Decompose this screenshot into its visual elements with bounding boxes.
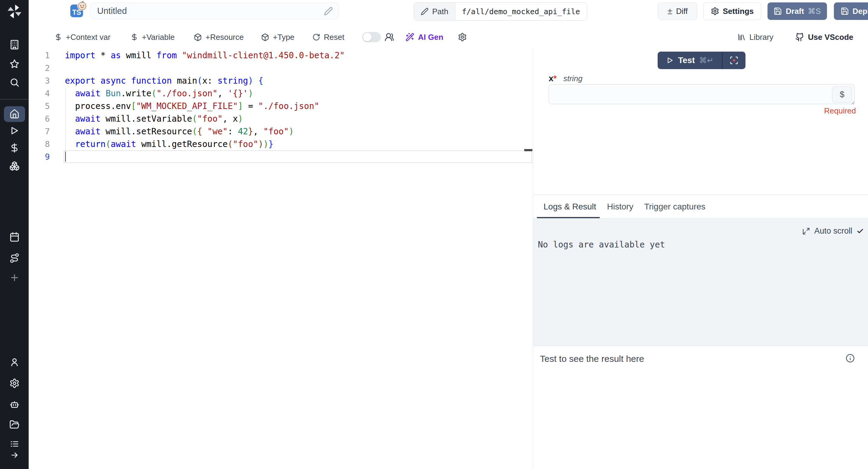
use-vscode-button[interactable]: Use VScode bbox=[795, 26, 853, 49]
argument-input-wrapper: $ bbox=[549, 84, 855, 104]
code-line[interactable]: 2 bbox=[29, 62, 533, 74]
resources-cubes-icon[interactable] bbox=[0, 161, 29, 171]
line-number: 5 bbox=[29, 101, 65, 111]
text-cursor bbox=[65, 152, 66, 162]
required-asterisk: * bbox=[554, 74, 557, 83]
path-value[interactable]: f/all/demo_mocked_api_file bbox=[456, 3, 587, 20]
test-button-group: Test ⌘↵ bbox=[658, 52, 745, 69]
line-number: 4 bbox=[29, 89, 65, 98]
code-line[interactable]: 9 bbox=[29, 150, 533, 163]
diff-button[interactable]: ± Diff bbox=[658, 2, 697, 20]
library-button[interactable]: Library bbox=[737, 26, 773, 49]
line-number: 9 bbox=[29, 152, 65, 161]
search-icon[interactable] bbox=[0, 77, 29, 88]
code-line[interactable]: 6 await wmill.setVariable("foo", x) bbox=[29, 112, 533, 125]
script-title: Untitled bbox=[97, 6, 127, 16]
user-account-icon[interactable] bbox=[0, 357, 29, 367]
deploy-button[interactable]: Deploy bbox=[834, 2, 868, 20]
code-editor[interactable]: 1import * as wmill from "windmill-client… bbox=[29, 49, 533, 469]
capture-button[interactable] bbox=[722, 56, 745, 65]
sidebar-divider bbox=[0, 99, 29, 100]
variables-dollar-icon[interactable] bbox=[0, 143, 29, 153]
package-icon bbox=[194, 33, 202, 41]
favorites-star-icon[interactable] bbox=[0, 59, 29, 69]
insert-variable-dollar-button[interactable]: $ bbox=[832, 86, 852, 103]
auto-scroll-toggle[interactable]: Auto scroll bbox=[802, 226, 864, 236]
settings-button[interactable]: Settings bbox=[703, 2, 761, 20]
workspace-building-icon[interactable] bbox=[0, 39, 29, 50]
edit-path-pencil-icon bbox=[421, 7, 429, 15]
add-variable-button[interactable]: +Variable bbox=[130, 26, 175, 49]
sidebar bbox=[0, 0, 29, 469]
argument-label: x*string bbox=[549, 74, 583, 83]
multiplayer-toggle[interactable] bbox=[362, 26, 394, 49]
result-area: Test to see the result here bbox=[533, 346, 868, 469]
workers-robot-icon[interactable] bbox=[0, 399, 29, 410]
line-number: 7 bbox=[29, 127, 65, 136]
expand-icon bbox=[802, 227, 810, 235]
test-button[interactable]: Test ⌘↵ bbox=[658, 56, 722, 65]
line-number: 8 bbox=[29, 139, 65, 149]
runs-play-icon[interactable] bbox=[0, 126, 29, 136]
windmill-logo-icon[interactable] bbox=[0, 4, 29, 19]
ai-gen-button[interactable]: AI Gen bbox=[405, 26, 443, 49]
editor-settings-gear-icon[interactable] bbox=[458, 26, 467, 49]
add-type-button[interactable]: +Type bbox=[261, 26, 294, 49]
indent-guide bbox=[65, 87, 66, 150]
play-icon bbox=[666, 57, 674, 64]
path-button[interactable]: Path f/all/demo_mocked_api_file bbox=[414, 2, 587, 21]
resize-handle[interactable] bbox=[849, 100, 855, 105]
script-title-field[interactable]: Untitled bbox=[90, 2, 339, 19]
github-icon bbox=[795, 33, 804, 42]
schedules-calendar-icon[interactable] bbox=[0, 232, 29, 242]
code-line[interactable]: 4 await Bun.write("./foo.json", '{}') bbox=[29, 87, 533, 100]
collapse-arrow-right-icon[interactable] bbox=[0, 450, 29, 460]
line-number: 3 bbox=[29, 76, 65, 85]
home-icon[interactable] bbox=[0, 109, 29, 119]
add-plus-icon[interactable] bbox=[0, 273, 29, 283]
dollar-icon bbox=[54, 33, 62, 41]
editor-toolbar: +Context var +Variable +Resource +Type R… bbox=[29, 26, 868, 49]
argument-type: string bbox=[563, 74, 583, 83]
run-preview-panel: Test ⌘↵ x*string $ Required Logs bbox=[533, 49, 868, 469]
tab-history[interactable]: History bbox=[601, 195, 639, 218]
save-floppy-icon bbox=[774, 7, 782, 15]
dollar-icon bbox=[130, 33, 138, 41]
toggle-switch[interactable] bbox=[362, 32, 381, 42]
test-shortcut: ⌘↵ bbox=[699, 56, 713, 65]
tab-trigger-captures[interactable]: Trigger captures bbox=[639, 195, 711, 218]
line-number: 6 bbox=[29, 114, 65, 123]
flows-route-icon[interactable] bbox=[0, 253, 29, 263]
code-line[interactable]: 1import * as wmill from "windmill-client… bbox=[29, 49, 533, 62]
users-icon bbox=[384, 32, 394, 42]
settings-gear-icon bbox=[711, 7, 719, 15]
draft-shortcut: ⌘S bbox=[808, 7, 820, 16]
topbar: TS Untitled Path f/all/demo_mocked_api_f bbox=[29, 0, 868, 26]
info-icon[interactable] bbox=[846, 354, 855, 363]
path-label: Path bbox=[414, 3, 456, 20]
add-resource-button[interactable]: +Resource bbox=[194, 26, 244, 49]
add-context-var-button[interactable]: +Context var bbox=[54, 26, 111, 49]
code-line[interactable]: 3export async function main(x: string) { bbox=[29, 74, 533, 87]
draft-button[interactable]: Draft ⌘S bbox=[768, 2, 827, 20]
folders-icon[interactable] bbox=[0, 419, 29, 430]
code-line[interactable]: 5 process.env["WM_MOCKED_API_FILE"] = ".… bbox=[29, 100, 533, 112]
save-floppy-icon bbox=[840, 7, 849, 15]
rotate-cw-icon bbox=[312, 33, 320, 41]
audit-list-icon[interactable] bbox=[0, 439, 29, 448]
reset-button[interactable]: Reset bbox=[312, 26, 344, 49]
code-line[interactable]: 8 return(await wmill.getResource("foo"))… bbox=[29, 137, 533, 150]
logs-area: Auto scroll No logs are available yet bbox=[533, 219, 868, 346]
result-tabs: Logs & Result History Trigger captures bbox=[533, 195, 868, 219]
edit-title-pencil-icon[interactable] bbox=[324, 7, 333, 16]
settings-gear-icon[interactable] bbox=[0, 378, 29, 388]
windmill-script-editor: TS Untitled Path f/all/demo_mocked_api_f bbox=[0, 0, 868, 469]
no-logs-message: No logs are available yet bbox=[538, 240, 665, 250]
tab-logs-result[interactable]: Logs & Result bbox=[533, 195, 601, 218]
code-line[interactable]: 7 await wmill.setResource({ "we": 42}, "… bbox=[29, 125, 533, 137]
capture-frame-icon bbox=[730, 56, 739, 65]
arg-x-input[interactable] bbox=[549, 85, 855, 104]
result-placeholder: Test to see the result here bbox=[540, 354, 644, 364]
overview-ruler-cursor-marker bbox=[524, 149, 532, 151]
package-icon bbox=[261, 33, 269, 41]
